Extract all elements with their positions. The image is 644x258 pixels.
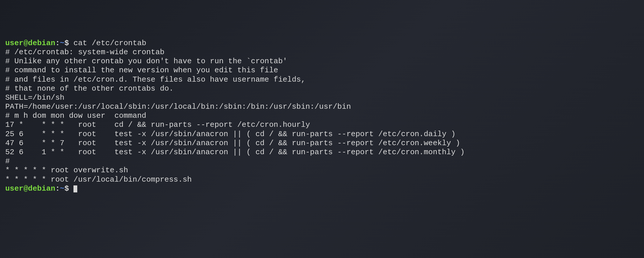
output-line: # command to install the new version whe…	[5, 66, 639, 75]
output-line: # that none of the other crontabs do.	[5, 84, 639, 93]
output-line: 47 6 * * 7 root test -x /usr/sbin/anacro…	[5, 139, 639, 148]
prompt-colon: :	[55, 184, 60, 193]
output-line: SHELL=/bin/sh	[5, 93, 639, 102]
output-line: * * * * * root overwrite.sh	[5, 166, 639, 175]
prompt-dollar: $	[64, 184, 73, 193]
output-line: 52 6 1 * * root test -x /usr/sbin/anacro…	[5, 148, 639, 157]
output-line: * * * * * root /usr/local/bin/compress.s…	[5, 175, 639, 184]
output-line: # Unlike any other crontab you don't hav…	[5, 57, 639, 66]
prompt-user: user	[5, 39, 23, 48]
output-line: # /etc/crontab: system-wide crontab	[5, 48, 639, 57]
output-line: PATH=/home/user:/usr/local/sbin:/usr/loc…	[5, 102, 639, 111]
output-line: # and files in /etc/cron.d. These files …	[5, 75, 639, 84]
prompt-colon: :	[55, 39, 60, 48]
output-line: 25 6 * * * root test -x /usr/sbin/anacro…	[5, 130, 639, 139]
prompt-line-1: user@debian:~$ cat /etc/crontab	[5, 39, 639, 48]
prompt-user: user	[5, 184, 23, 193]
cursor-icon	[73, 185, 77, 192]
command-text: cat /etc/crontab	[73, 39, 146, 48]
prompt-host: debian	[28, 184, 55, 193]
prompt-at: @	[23, 184, 28, 193]
prompt-path: ~	[60, 184, 64, 193]
output-line: # m h dom mon dow user command	[5, 111, 639, 120]
prompt-path: ~	[60, 39, 64, 48]
prompt-at: @	[23, 39, 28, 48]
prompt-dollar: $	[64, 39, 73, 48]
prompt-host: debian	[28, 39, 55, 48]
output-line: #	[5, 157, 639, 166]
prompt-line-2: user@debian:~$	[5, 184, 639, 193]
output-line: 17 * * * * root cd / && run-parts --repo…	[5, 120, 639, 129]
terminal-output[interactable]: user@debian:~$ cat /etc/crontab# /etc/cr…	[5, 39, 639, 193]
